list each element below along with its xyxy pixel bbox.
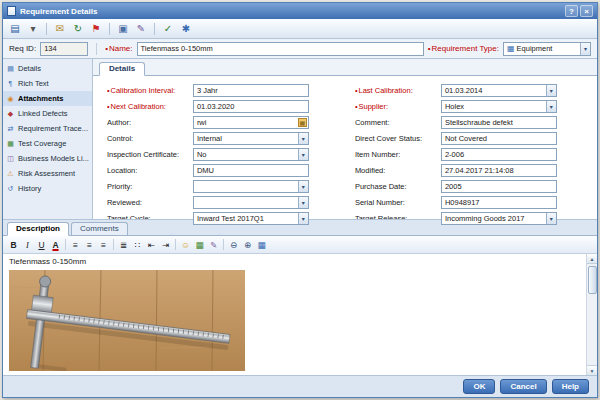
ok-button[interactable]: OK: [463, 379, 495, 394]
supplier-label: •Supplier:: [355, 102, 441, 111]
refresh-icon[interactable]: ↻: [70, 21, 86, 36]
req-id-label: Req ID:: [9, 44, 36, 53]
sidebar-item-attachments[interactable]: ◉Attachments: [3, 91, 92, 106]
dropdown-arrow-icon[interactable]: ▾: [298, 149, 308, 160]
align-center-icon[interactable]: ≡: [83, 238, 96, 251]
dropdown-arrow-icon[interactable]: ▾: [546, 101, 556, 112]
requirement-type-combo[interactable]: ▦ Equipment ▾: [503, 42, 591, 56]
dropdown-arrow-icon[interactable]: ▾: [298, 133, 308, 144]
author-field[interactable]: rwi▦: [193, 116, 309, 129]
direct-cover-status-label: Direct Cover Status:: [355, 134, 441, 143]
target-release-field[interactable]: Incomming Goods 2017▾: [441, 212, 557, 225]
sidebar-item-test-coverage[interactable]: ▦Test Coverage: [3, 136, 92, 151]
item-number-field[interactable]: 2-006: [441, 148, 557, 161]
sidebar-item-rich-text[interactable]: ¶Rich Text: [3, 76, 92, 91]
dropdown-arrow-icon[interactable]: ▾: [546, 213, 556, 224]
bold-icon[interactable]: B: [7, 238, 20, 251]
name-label: •Name:: [105, 44, 132, 53]
purchase-date-label: Purchase Date:: [355, 182, 441, 191]
form-row: Control:Internal▾: [107, 131, 309, 146]
direct-cover-status-field[interactable]: Not Covered: [441, 132, 557, 145]
indent-icon[interactable]: ⇥: [159, 238, 172, 251]
dropdown-arrow-icon[interactable]: ▾: [580, 43, 590, 55]
dropdown-arrow-icon[interactable]: ▾: [298, 213, 308, 224]
required-marker: •: [107, 86, 110, 95]
calibration-interval-field[interactable]: 3 Jahr: [193, 84, 309, 97]
outdent-icon[interactable]: ⇤: [145, 238, 158, 251]
table-icon[interactable]: ▦: [255, 238, 268, 251]
supplier-field[interactable]: Holex▾: [441, 100, 557, 113]
align-left-icon[interactable]: ≡: [69, 238, 82, 251]
sidebar-item-business-models[interactable]: ◫Business Models Li...: [3, 151, 92, 166]
required-marker: •: [355, 102, 358, 111]
zoom-in-icon[interactable]: ⊕: [241, 238, 254, 251]
help-titlebar-button[interactable]: ?: [565, 5, 578, 17]
font-color-icon[interactable]: A: [49, 238, 62, 251]
comment-field[interactable]: Stellschraube defekt: [441, 116, 557, 129]
tab-details[interactable]: Details: [99, 62, 145, 76]
control-field[interactable]: Internal▾: [193, 132, 309, 145]
scrollbar-thumb[interactable]: [588, 266, 597, 294]
italic-icon[interactable]: I: [21, 238, 34, 251]
sidebar-item-history[interactable]: ↺History: [3, 181, 92, 196]
copy-icon[interactable]: ▣: [115, 21, 131, 36]
dropdown-arrow-icon[interactable]: ▾: [298, 181, 308, 192]
sidebar-item-label: Risk Assessment: [18, 169, 75, 178]
zoom-out-icon[interactable]: ⊖: [227, 238, 240, 251]
requirement-type-label: •Requirement Type:: [428, 44, 499, 53]
attach-icon[interactable]: ✎: [207, 238, 220, 251]
toolbar-separator: [223, 239, 224, 250]
inspection-certificate-field[interactable]: No▾: [193, 148, 309, 161]
sidebar-item-risk-assessment[interactable]: ⚠Risk Assessment: [3, 166, 92, 181]
serial-number-field[interactable]: H0948917: [441, 196, 557, 209]
dropdown-arrow-icon[interactable]: ▾: [546, 85, 556, 96]
req-id-field: 134: [40, 42, 88, 56]
priority-field[interactable]: ▾: [193, 180, 309, 193]
help-button[interactable]: Help: [552, 379, 589, 394]
equipment-type-icon: ▦: [507, 44, 515, 53]
select-user-icon[interactable]: ▦: [298, 118, 307, 127]
sidebar-item-label: History: [18, 184, 41, 193]
close-button[interactable]: ×: [580, 5, 593, 17]
save-icon[interactable]: ▤: [7, 21, 23, 36]
toolbar-separator: [154, 23, 155, 35]
attach-icon[interactable]: ✎: [133, 21, 149, 36]
target-cycle-field[interactable]: Inward Test 2017Q1▾: [193, 212, 309, 225]
tab-comments[interactable]: Comments: [71, 222, 128, 235]
description-scrollbar[interactable]: ▲ ▼: [586, 254, 597, 375]
cancel-button[interactable]: Cancel: [500, 379, 546, 394]
numbered-list-icon[interactable]: ≣: [117, 238, 130, 251]
scroll-down-icon[interactable]: ▼: [587, 365, 598, 375]
tab-description[interactable]: Description: [7, 222, 69, 236]
purchase-date-field[interactable]: 2005: [441, 180, 557, 193]
reviewed-field[interactable]: ▾: [193, 196, 309, 209]
last-calibration-field[interactable]: 01.03.2014▾: [441, 84, 557, 97]
save-dropdown-icon[interactable]: ▾: [25, 21, 41, 36]
mail-icon[interactable]: ✉: [52, 21, 68, 36]
linked-defects-icon: ◆: [6, 110, 15, 118]
title-bar: Requirement Details ? ×: [3, 3, 597, 19]
flag-icon[interactable]: ⚑: [88, 21, 104, 36]
modified-field[interactable]: 27.04.2017 21:14:08: [441, 164, 557, 177]
image-icon[interactable]: ▦: [193, 238, 206, 251]
sidebar: ▤Details¶Rich Text◉Attachments◆Linked De…: [3, 59, 93, 219]
description-editor[interactable]: Tiefenmass 0-150mm: [3, 254, 597, 375]
scroll-up-icon[interactable]: ▲: [587, 254, 598, 264]
underline-icon[interactable]: U: [35, 238, 48, 251]
bullet-list-icon[interactable]: ∷: [131, 238, 144, 251]
sidebar-item-requirement-traceability[interactable]: ⇄Requirement Trace...: [3, 121, 92, 136]
spellcheck-icon[interactable]: ✓: [160, 21, 176, 36]
form-row: Location:DMU: [107, 163, 309, 178]
business-models-icon: ◫: [6, 155, 15, 163]
dropdown-arrow-icon[interactable]: ▾: [298, 197, 308, 208]
emoji-icon[interactable]: ☺: [179, 238, 192, 251]
align-right-icon[interactable]: ≡: [97, 238, 110, 251]
settings-icon[interactable]: ✱: [178, 21, 194, 36]
next-calibration-field[interactable]: 01.03.2020: [193, 100, 309, 113]
name-field[interactable]: Tiefenmass 0-150mm: [137, 42, 424, 56]
location-field[interactable]: DMU: [193, 164, 309, 177]
requirement-traceability-icon: ⇄: [6, 125, 15, 133]
name-value: Tiefenmass 0-150mm: [141, 44, 213, 53]
sidebar-item-linked-defects[interactable]: ◆Linked Defects: [3, 106, 92, 121]
sidebar-item-details[interactable]: ▤Details: [3, 61, 92, 76]
